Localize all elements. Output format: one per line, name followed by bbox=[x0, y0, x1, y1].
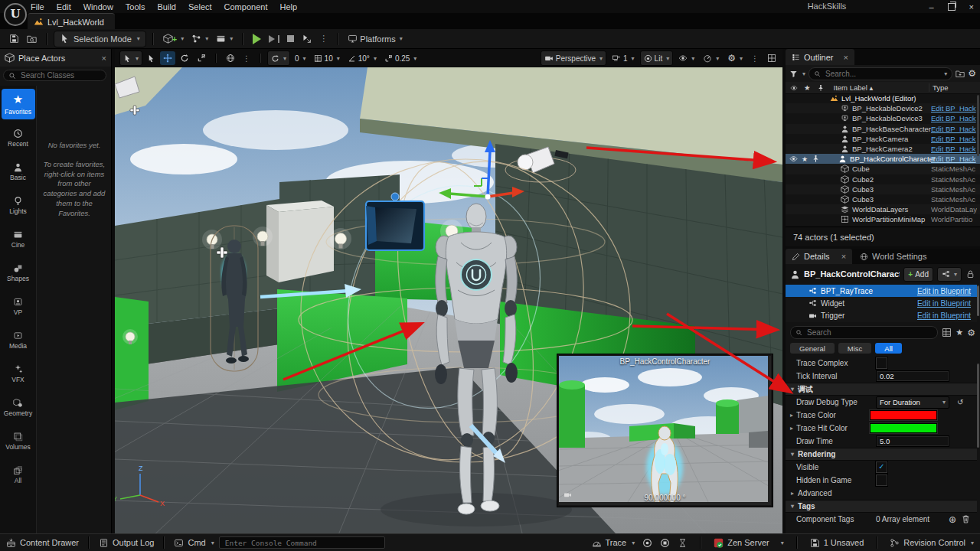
outliner-scrollbar[interactable] bbox=[977, 95, 979, 156]
transform-tools-dropdown[interactable]: ▾ bbox=[119, 51, 142, 66]
launch-button[interactable] bbox=[299, 31, 315, 47]
outliner-search-input[interactable] bbox=[824, 69, 939, 79]
details-search[interactable] bbox=[790, 326, 938, 339]
category-cine[interactable]: Cine bbox=[2, 223, 35, 254]
reset-to-default-icon[interactable]: ↺ bbox=[957, 398, 963, 406]
menu-edit[interactable]: Edit bbox=[57, 2, 71, 11]
outliner-row[interactable]: BP_HackCameraEdit BP_Hack bbox=[786, 134, 980, 144]
cmd-dropdown[interactable]: Cmd▾ bbox=[174, 534, 214, 551]
platforms-dropdown[interactable]: Platforms ▾ bbox=[345, 31, 405, 47]
filter-misc[interactable]: Misc bbox=[838, 343, 872, 354]
add-array-element-icon[interactable]: ⊕ bbox=[949, 514, 956, 525]
category-favorites[interactable]: ★ Favorites bbox=[2, 89, 35, 119]
content-drawer-button[interactable]: Content Drawer bbox=[6, 534, 79, 551]
perspective-dropdown[interactable]: Perspective▾ bbox=[541, 51, 606, 66]
scale-tool-button[interactable] bbox=[194, 51, 209, 65]
close-button[interactable]: × bbox=[969, 2, 974, 11]
white-cube[interactable] bbox=[266, 201, 334, 282]
save-button[interactable] bbox=[6, 31, 22, 47]
display-grid-icon[interactable] bbox=[942, 328, 952, 337]
add-actor-dropdown[interactable]: +▾ bbox=[160, 31, 187, 47]
pin-column-icon[interactable] bbox=[817, 84, 825, 92]
trace-dropdown[interactable]: Trace▾ bbox=[592, 534, 635, 551]
console-input[interactable] bbox=[224, 538, 381, 548]
stop-button[interactable] bbox=[284, 31, 297, 47]
outliner-row[interactable]: WorldDataLayersWorldDataLay bbox=[786, 204, 980, 214]
section-rendering[interactable]: ▾Rendering bbox=[786, 448, 977, 461]
restore-button[interactable] bbox=[948, 3, 956, 11]
play-options-button[interactable]: ⋮ bbox=[316, 31, 331, 47]
menu-component[interactable]: Component bbox=[224, 2, 268, 11]
minimize-button[interactable]: – bbox=[929, 2, 933, 11]
outliner-row[interactable]: Cube2StaticMeshAc bbox=[786, 174, 980, 184]
unreal-logo-icon[interactable]: U bbox=[4, 3, 27, 26]
category-geometry[interactable]: Geometry bbox=[2, 392, 35, 422]
component-bpt-raytrace[interactable]: BPT_RayTrace Edit in Blueprint bbox=[786, 285, 977, 297]
menu-window[interactable]: Window bbox=[83, 2, 113, 11]
scale-snap-dropdown[interactable]: 0.25▾ bbox=[381, 51, 420, 65]
blueprints-dropdown[interactable]: ▾ bbox=[188, 31, 211, 47]
section-tags[interactable]: ▾Tags bbox=[786, 500, 977, 513]
trace-color-swatch[interactable] bbox=[870, 410, 937, 420]
unsaved-button[interactable]: 1 Unsaved bbox=[810, 534, 864, 551]
maximize-viewport-button[interactable] bbox=[764, 51, 779, 65]
output-log-button[interactable]: Output Log bbox=[99, 534, 154, 551]
outliner-row[interactable]: Cube3StaticMeshAc bbox=[786, 194, 980, 204]
console-command-bar[interactable] bbox=[219, 536, 385, 549]
trace-complex-checkbox[interactable] bbox=[876, 357, 887, 369]
world-local-toggle[interactable] bbox=[223, 51, 238, 65]
edit-blueprint-link[interactable]: Edit BP_Hack bbox=[931, 155, 977, 163]
edit-blueprint-link[interactable]: Edit BP_Hack bbox=[931, 135, 977, 143]
edit-blueprint-link[interactable]: Edit BP_Hack bbox=[931, 125, 977, 133]
eye-icon[interactable] bbox=[789, 155, 798, 163]
transform-options-button[interactable]: ⋮ bbox=[240, 51, 253, 65]
outliner-row[interactable]: BP_HackCamera2Edit BP_Hack bbox=[786, 144, 980, 154]
tick-interval-field[interactable]: 0.02 bbox=[876, 370, 949, 382]
pin-icon[interactable] bbox=[812, 155, 820, 163]
surface-snap-value[interactable]: 0▾ bbox=[292, 51, 309, 65]
content-browser-button[interactable] bbox=[24, 31, 40, 47]
star-icon[interactable]: ★ bbox=[802, 155, 808, 163]
play-button[interactable] bbox=[250, 31, 264, 47]
tab-world-settings[interactable]: World Settings bbox=[854, 249, 933, 264]
new-folder-icon[interactable] bbox=[956, 69, 965, 78]
zen-server-dropdown[interactable]: Zen Server▾ bbox=[714, 534, 783, 551]
category-volumes[interactable]: Volumes bbox=[2, 425, 35, 456]
cinematics-dropdown[interactable]: ▾ bbox=[213, 31, 236, 47]
outliner-row[interactable]: Cube3StaticMeshAc bbox=[786, 184, 980, 194]
category-recent[interactable]: Recent bbox=[2, 122, 35, 153]
level-viewport[interactable]: ▾ ⋮ ▾ 0▾ 10▾ 10°▾ 0.25▾ Perspective▾ 1▾ … bbox=[115, 49, 782, 533]
move-tool-button[interactable] bbox=[160, 51, 175, 65]
menu-file[interactable]: File bbox=[31, 2, 44, 11]
selection-mode-dropdown[interactable]: Selection Mode ▾ bbox=[54, 31, 146, 47]
type-column[interactable]: Type bbox=[929, 83, 980, 92]
edit-in-blueprint-link[interactable]: Edit in Blueprint bbox=[917, 287, 971, 295]
edit-blueprint-link[interactable]: Edit BP_Hack bbox=[931, 145, 977, 153]
rotation-snap-dropdown[interactable]: 10°▾ bbox=[345, 51, 380, 65]
place-actors-close-icon[interactable]: × bbox=[102, 54, 106, 63]
category-lights[interactable]: Lights bbox=[2, 190, 35, 220]
hidden-in-game-checkbox[interactable] bbox=[876, 474, 887, 486]
menu-tools[interactable]: Tools bbox=[126, 2, 145, 11]
tab-details[interactable]: Details × bbox=[786, 249, 852, 264]
edit-blueprint-link[interactable]: Edit BP_Hack bbox=[931, 104, 977, 112]
menu-select[interactable]: Select bbox=[188, 2, 212, 11]
draw-time-field[interactable]: 5.0 bbox=[876, 435, 949, 447]
category-vp[interactable]: VP bbox=[2, 291, 35, 321]
filter-general[interactable]: General bbox=[790, 343, 835, 354]
add-component-button[interactable]: +Add bbox=[903, 267, 933, 282]
component-widget[interactable]: Widget Edit in Blueprint bbox=[786, 297, 977, 309]
trace-hit-color-swatch[interactable] bbox=[870, 423, 937, 433]
lock-icon[interactable] bbox=[965, 269, 975, 279]
search-classes-input[interactable] bbox=[19, 70, 101, 80]
draw-debug-type-dropdown[interactable]: For Duration▾ bbox=[876, 396, 949, 409]
category-basic[interactable]: Basic bbox=[2, 156, 35, 187]
favorites-filter-icon[interactable]: ★ bbox=[956, 328, 963, 337]
show-flags-dropdown[interactable]: ▾ bbox=[675, 51, 697, 65]
pip-camera-preview[interactable]: BP_HackControlCharacter bbox=[557, 354, 773, 507]
viewport-options-button[interactable]: ⋮ bbox=[748, 51, 762, 65]
surface-snapping-dropdown[interactable]: ▾ bbox=[267, 51, 290, 66]
components-scrollbar[interactable] bbox=[977, 285, 979, 316]
grid-snap-dropdown[interactable]: 10▾ bbox=[311, 51, 343, 65]
details-search-input[interactable] bbox=[805, 328, 933, 337]
